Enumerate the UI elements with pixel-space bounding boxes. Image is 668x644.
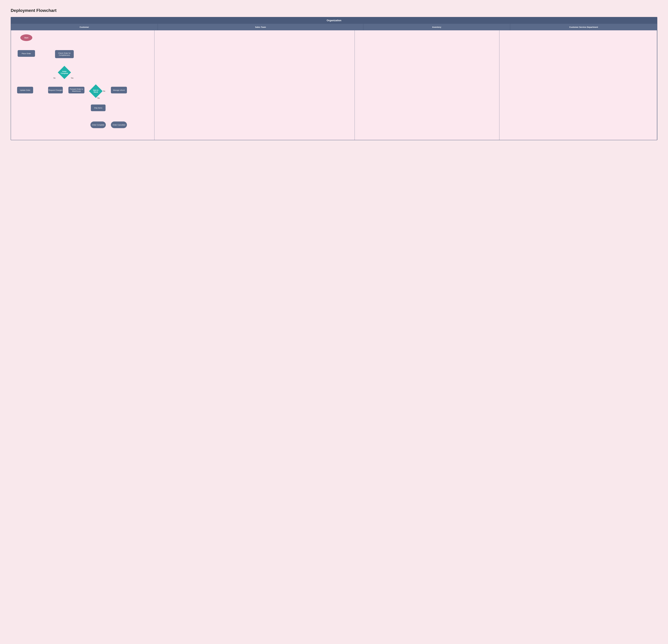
flowchart-container: Organization Customer Sales Team Invento… — [11, 17, 657, 140]
page-title: Deployment Flowchart — [11, 8, 657, 13]
no-label-1: No — [54, 77, 56, 79]
forward-order-label: Forward Order to Warehouse — [69, 88, 85, 92]
order-complete-diamond: Order Complete — [59, 67, 70, 78]
org-header: Organization — [11, 17, 657, 24]
manage-refund-label: Manage refund — [113, 89, 125, 91]
item-in-stock-label: Item in Stock — [91, 89, 101, 93]
col-body-sales — [154, 30, 355, 140]
col-body-csd — [499, 30, 657, 140]
col-header-inventory: Inventory — [363, 24, 510, 30]
yes-label-1: Yes — [71, 77, 74, 79]
place-order-shape: Place Order — [18, 50, 35, 57]
col-header-csd: Customer Service Department — [510, 24, 657, 30]
order-complete-end-label: Order Complete — [92, 124, 104, 126]
col-body-inventory — [355, 30, 499, 140]
update-order-shape: Update Order — [17, 87, 33, 93]
col-body-customer — [11, 30, 154, 140]
no-label-2: No — [103, 90, 105, 92]
check-order-label: Check Order for Completeness — [55, 52, 74, 56]
ship-items-shape: Ship Items — [91, 105, 106, 111]
request-changes-label: Request Changes — [48, 89, 62, 91]
col-header-customer: Customer — [11, 24, 158, 30]
order-cancelled-label: Order Cancelled — [112, 124, 125, 126]
col-header-sales: Sales Team — [158, 24, 363, 30]
start-label: Start — [24, 37, 28, 39]
order-cancelled-shape: Order Cancelled — [111, 121, 127, 128]
order-complete-diamond-label: Order Complete — [60, 71, 69, 74]
item-in-stock-diamond: Item in Stock — [90, 86, 101, 96]
place-order-label: Place Order — [22, 53, 31, 55]
forward-order-shape: Forward Order to Warehouse — [69, 87, 85, 93]
check-order-shape: Check Order for Completeness — [55, 50, 74, 58]
update-order-label: Update Order — [20, 89, 30, 91]
ship-items-label: Ship Items — [94, 107, 102, 109]
start-shape: Start — [20, 34, 32, 41]
yes-label-2: Yes — [97, 97, 100, 99]
columns-body: Start Place Order Check Order for Comple… — [11, 30, 657, 140]
manage-refund-shape: Manage refund — [111, 87, 127, 93]
columns-header: Customer Sales Team Inventory Customer S… — [11, 24, 657, 30]
request-changes-shape: Request Changes — [48, 87, 63, 93]
order-complete-end-shape: Order Complete — [90, 121, 106, 128]
